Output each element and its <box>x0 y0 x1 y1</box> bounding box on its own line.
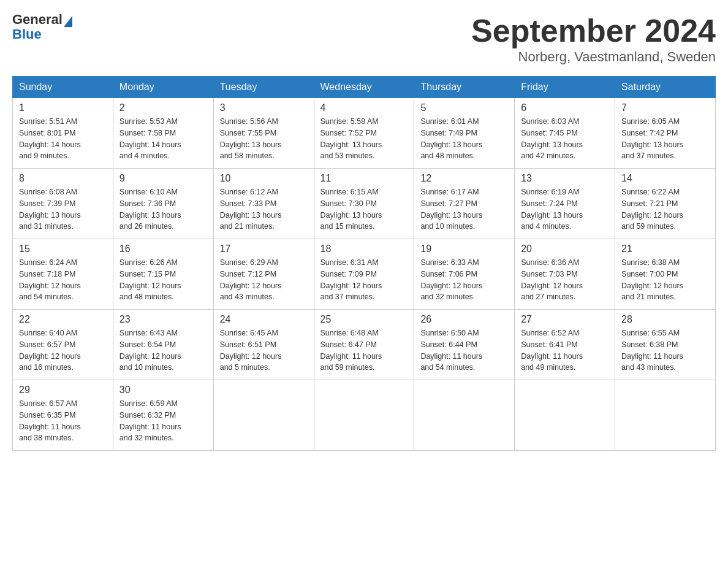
day-number: 13 <box>521 173 609 184</box>
calendar-table: SundayMondayTuesdayWednesdayThursdayFrid… <box>12 76 716 451</box>
calendar-cell: 3 Sunrise: 5:56 AMSunset: 7:55 PMDayligh… <box>213 98 314 169</box>
day-info: Sunrise: 6:17 AMSunset: 7:27 PMDaylight:… <box>420 186 508 232</box>
day-info: Sunrise: 6:59 AMSunset: 6:32 PMDaylight:… <box>119 398 207 444</box>
calendar-cell: 29 Sunrise: 6:57 AMSunset: 6:35 PMDaylig… <box>13 380 113 451</box>
day-info: Sunrise: 6:38 AMSunset: 7:00 PMDaylight:… <box>621 257 709 303</box>
logo-general-text: General <box>12 12 63 27</box>
column-header-monday: Monday <box>113 77 213 98</box>
day-number: 15 <box>19 243 107 255</box>
location-title: Norberg, Vaestmanland, Sweden <box>471 49 716 65</box>
calendar-cell: 12 Sunrise: 6:17 AMSunset: 7:27 PMDaylig… <box>414 169 515 239</box>
calendar-cell: 9 Sunrise: 6:10 AMSunset: 7:36 PMDayligh… <box>113 169 213 239</box>
calendar-cell <box>515 380 615 451</box>
calendar-cell: 20 Sunrise: 6:36 AMSunset: 7:03 PMDaylig… <box>515 239 615 310</box>
day-number: 25 <box>320 314 408 325</box>
calendar-cell: 11 Sunrise: 6:15 AMSunset: 7:30 PMDaylig… <box>314 169 414 239</box>
week-row-5: 29 Sunrise: 6:57 AMSunset: 6:35 PMDaylig… <box>13 380 716 451</box>
calendar-cell: 7 Sunrise: 6:05 AMSunset: 7:42 PMDayligh… <box>615 98 716 169</box>
calendar-cell: 17 Sunrise: 6:29 AMSunset: 7:12 PMDaylig… <box>213 239 314 310</box>
day-info: Sunrise: 6:22 AMSunset: 7:21 PMDaylight:… <box>621 186 709 232</box>
day-number: 14 <box>621 173 709 184</box>
day-number: 2 <box>119 102 207 113</box>
day-info: Sunrise: 6:48 AMSunset: 6:47 PMDaylight:… <box>320 327 408 373</box>
week-row-1: 1 Sunrise: 5:51 AMSunset: 8:01 PMDayligh… <box>13 98 716 169</box>
calendar-cell: 10 Sunrise: 6:12 AMSunset: 7:33 PMDaylig… <box>213 169 314 239</box>
column-header-tuesday: Tuesday <box>213 77 314 98</box>
day-number: 30 <box>119 385 207 396</box>
calendar-cell <box>314 380 414 451</box>
day-info: Sunrise: 6:19 AMSunset: 7:24 PMDaylight:… <box>521 186 609 232</box>
day-info: Sunrise: 6:52 AMSunset: 6:41 PMDaylight:… <box>521 327 609 373</box>
day-number: 4 <box>320 102 408 113</box>
calendar-cell: 18 Sunrise: 6:31 AMSunset: 7:09 PMDaylig… <box>314 239 414 310</box>
day-number: 23 <box>119 314 207 325</box>
day-info: Sunrise: 5:56 AMSunset: 7:55 PMDaylight:… <box>220 116 308 162</box>
calendar-cell: 5 Sunrise: 6:01 AMSunset: 7:49 PMDayligh… <box>414 98 515 169</box>
day-number: 21 <box>621 243 709 255</box>
day-info: Sunrise: 6:05 AMSunset: 7:42 PMDaylight:… <box>621 116 709 162</box>
day-number: 17 <box>220 243 308 255</box>
day-number: 19 <box>420 243 508 255</box>
day-number: 3 <box>220 102 308 113</box>
day-number: 7 <box>621 102 709 113</box>
calendar-cell: 2 Sunrise: 5:53 AMSunset: 7:58 PMDayligh… <box>113 98 213 169</box>
day-info: Sunrise: 6:10 AMSunset: 7:36 PMDaylight:… <box>119 186 207 232</box>
calendar-cell: 23 Sunrise: 6:43 AMSunset: 6:54 PMDaylig… <box>113 310 213 380</box>
calendar-cell: 6 Sunrise: 6:03 AMSunset: 7:45 PMDayligh… <box>515 98 615 169</box>
day-number: 1 <box>19 102 107 113</box>
day-info: Sunrise: 6:03 AMSunset: 7:45 PMDaylight:… <box>521 116 609 162</box>
day-info: Sunrise: 6:24 AMSunset: 7:18 PMDaylight:… <box>19 257 107 303</box>
day-info: Sunrise: 6:45 AMSunset: 6:51 PMDaylight:… <box>220 327 308 373</box>
day-number: 22 <box>19 314 107 325</box>
day-info: Sunrise: 6:08 AMSunset: 7:39 PMDaylight:… <box>19 186 107 232</box>
header-row: SundayMondayTuesdayWednesdayThursdayFrid… <box>13 77 716 98</box>
day-info: Sunrise: 6:57 AMSunset: 6:35 PMDaylight:… <box>19 398 107 444</box>
day-number: 26 <box>420 314 508 325</box>
day-info: Sunrise: 5:58 AMSunset: 7:52 PMDaylight:… <box>320 116 408 162</box>
day-info: Sunrise: 6:40 AMSunset: 6:57 PMDaylight:… <box>19 327 107 373</box>
calendar-cell: 26 Sunrise: 6:50 AMSunset: 6:44 PMDaylig… <box>414 310 515 380</box>
day-number: 16 <box>119 243 207 255</box>
page-header: General Blue September 2024 Norberg, Vae… <box>12 12 716 65</box>
column-header-saturday: Saturday <box>615 77 716 98</box>
calendar-cell: 28 Sunrise: 6:55 AMSunset: 6:38 PMDaylig… <box>615 310 716 380</box>
day-number: 10 <box>220 173 308 184</box>
month-title: September 2024 <box>471 12 716 49</box>
week-row-3: 15 Sunrise: 6:24 AMSunset: 7:18 PMDaylig… <box>13 239 716 310</box>
logo-blue-text: Blue <box>12 27 72 42</box>
calendar-cell <box>213 380 314 451</box>
day-info: Sunrise: 6:29 AMSunset: 7:12 PMDaylight:… <box>220 257 308 303</box>
week-row-4: 22 Sunrise: 6:40 AMSunset: 6:57 PMDaylig… <box>13 310 716 380</box>
column-header-friday: Friday <box>515 77 615 98</box>
week-row-2: 8 Sunrise: 6:08 AMSunset: 7:39 PMDayligh… <box>13 169 716 239</box>
logo-general-line: General <box>12 12 72 27</box>
logo-text: General Blue <box>12 12 72 42</box>
calendar-cell: 30 Sunrise: 6:59 AMSunset: 6:32 PMDaylig… <box>113 380 213 451</box>
day-number: 28 <box>621 314 709 325</box>
day-info: Sunrise: 6:26 AMSunset: 7:15 PMDaylight:… <box>119 257 207 303</box>
title-block: September 2024 Norberg, Vaestmanland, Sw… <box>471 12 716 65</box>
day-info: Sunrise: 6:33 AMSunset: 7:06 PMDaylight:… <box>420 257 508 303</box>
day-info: Sunrise: 5:53 AMSunset: 7:58 PMDaylight:… <box>119 116 207 162</box>
day-number: 24 <box>220 314 308 325</box>
calendar-cell: 4 Sunrise: 5:58 AMSunset: 7:52 PMDayligh… <box>314 98 414 169</box>
calendar-cell: 22 Sunrise: 6:40 AMSunset: 6:57 PMDaylig… <box>13 310 113 380</box>
day-info: Sunrise: 6:50 AMSunset: 6:44 PMDaylight:… <box>420 327 508 373</box>
day-number: 9 <box>119 173 207 184</box>
day-number: 29 <box>19 385 107 396</box>
day-number: 11 <box>320 173 408 184</box>
day-info: Sunrise: 6:12 AMSunset: 7:33 PMDaylight:… <box>220 186 308 232</box>
logo-triangle-icon <box>64 16 72 27</box>
calendar-cell: 13 Sunrise: 6:19 AMSunset: 7:24 PMDaylig… <box>515 169 615 239</box>
day-number: 6 <box>521 102 609 113</box>
day-info: Sunrise: 6:36 AMSunset: 7:03 PMDaylight:… <box>521 257 609 303</box>
day-number: 27 <box>521 314 609 325</box>
column-header-sunday: Sunday <box>13 77 113 98</box>
column-header-wednesday: Wednesday <box>314 77 414 98</box>
calendar-cell: 21 Sunrise: 6:38 AMSunset: 7:00 PMDaylig… <box>615 239 716 310</box>
calendar-cell: 1 Sunrise: 5:51 AMSunset: 8:01 PMDayligh… <box>13 98 113 169</box>
day-number: 20 <box>521 243 609 255</box>
calendar-cell: 16 Sunrise: 6:26 AMSunset: 7:15 PMDaylig… <box>113 239 213 310</box>
day-info: Sunrise: 6:01 AMSunset: 7:49 PMDaylight:… <box>420 116 508 162</box>
calendar-header: SundayMondayTuesdayWednesdayThursdayFrid… <box>13 77 716 98</box>
